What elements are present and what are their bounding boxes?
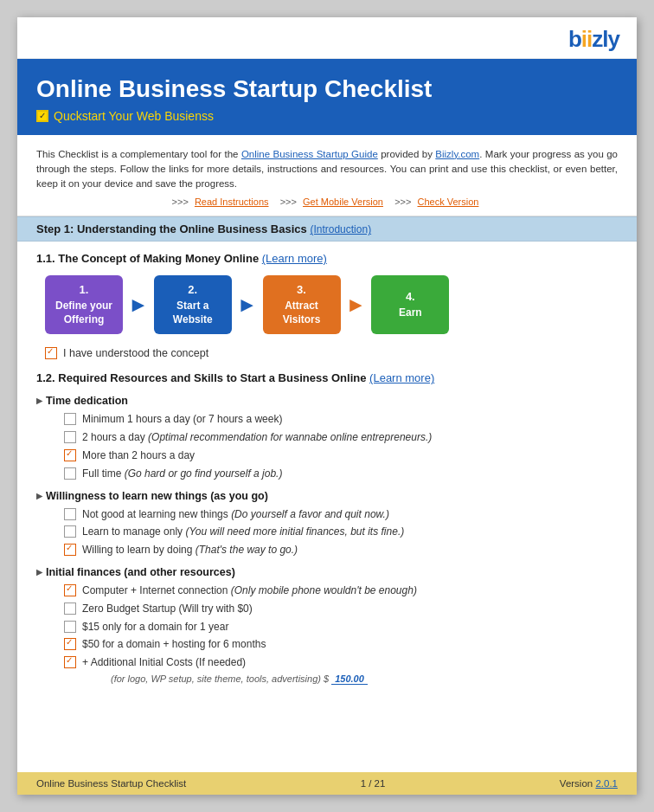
header: biizly bbox=[17, 17, 637, 59]
list-item: Minimum 1 hours a day (or 7 hours a week… bbox=[64, 412, 618, 427]
time-cb-4[interactable] bbox=[64, 467, 76, 480]
will-label-1: Not good at learning new things (Do your… bbox=[82, 507, 389, 522]
will-cb-1[interactable] bbox=[64, 508, 76, 520]
time-cb-2[interactable] bbox=[64, 431, 76, 443]
step1-label: Step 1: Understanding the Online Busines… bbox=[36, 222, 307, 235]
list-item: Not good at learning new things (Do your… bbox=[64, 507, 618, 522]
concept-flow: 1. Define yourOffering ► 2. Start aWebsi… bbox=[45, 275, 618, 334]
subtitle-checkbox bbox=[36, 110, 48, 122]
fin-label-4: $50 for a domain + hosting for 6 months bbox=[82, 637, 266, 652]
list-item: Zero Budget Startup (Will try with $0) bbox=[64, 602, 618, 616]
intro-section: This Checklist is a complementary tool f… bbox=[17, 135, 637, 217]
step1-header: Step 1: Understanding the Online Busines… bbox=[17, 216, 637, 242]
flow-box-1: 1. Define yourOffering bbox=[45, 275, 123, 334]
flow-box-4: 4. Earn bbox=[371, 275, 449, 334]
check-version-link[interactable]: Check Version bbox=[417, 197, 478, 207]
main-title: Online Business Startup Checklist bbox=[36, 74, 618, 104]
section1-1-title: 1.1. The Concept of Making Money Online … bbox=[36, 252, 618, 265]
footer-version-link[interactable]: 2.0.1 bbox=[595, 778, 618, 789]
page: biizly Online Business Startup Checklist… bbox=[17, 17, 637, 795]
will-label-2: Learn to manage only (You will need more… bbox=[82, 525, 404, 539]
logo-b: b bbox=[568, 26, 581, 52]
intro-link-prefix2: >>> bbox=[275, 197, 299, 207]
fin-label-3: $15 only for a domain for 1 year bbox=[82, 620, 228, 635]
time-cb-3[interactable] bbox=[64, 449, 76, 461]
will-cb-2[interactable] bbox=[64, 525, 76, 538]
list-item: More than 2 hours a day bbox=[64, 448, 618, 463]
mobile-version-link[interactable]: Get Mobile Version bbox=[303, 197, 383, 207]
fin-label-1: Computer + Internet connection (Only mob… bbox=[82, 583, 417, 598]
willingness-items: Not good at learning new things (Do your… bbox=[36, 507, 618, 557]
will-cb-3[interactable] bbox=[64, 544, 76, 556]
read-instructions-link[interactable]: Read Instructions bbox=[195, 197, 269, 207]
biizly-link[interactable]: Biizly.com bbox=[435, 149, 479, 159]
fin-cb-2[interactable] bbox=[64, 603, 76, 615]
title-band: Online Business Startup Checklist Quckst… bbox=[17, 59, 637, 135]
section1-2-link[interactable]: (Learn more) bbox=[369, 371, 434, 384]
time-dedication-items: Minimum 1 hours a day (or 7 hours a week… bbox=[36, 412, 618, 480]
time-label-3: More than 2 hours a day bbox=[82, 448, 195, 463]
logo-zly: zly bbox=[592, 26, 619, 52]
will-label-3: Willing to learn by doing (That's the wa… bbox=[82, 543, 298, 557]
list-item: Full time (Go hard or go find yourself a… bbox=[64, 467, 618, 481]
understood-checkbox[interactable] bbox=[45, 347, 57, 359]
finances-items: Computer + Internet connection (Only mob… bbox=[36, 583, 618, 684]
guide-link[interactable]: Online Business Startup Guide bbox=[241, 149, 378, 159]
list-item: + Additional Initial Costs (If needed) bbox=[64, 655, 618, 670]
time-dedication-header[interactable]: Time dedication bbox=[36, 395, 618, 407]
time-label-4: Full time (Go hard or go find yourself a… bbox=[82, 467, 282, 481]
list-item: Learn to manage only (You will need more… bbox=[64, 525, 618, 539]
list-item: Willing to learn by doing (That's the wa… bbox=[64, 543, 618, 557]
flow-box-3: 3. AttractVisitors bbox=[263, 275, 341, 334]
intro-text: This Checklist is a complementary tool f… bbox=[36, 147, 618, 192]
subtitle-text: Quckstart Your Web Busienss bbox=[54, 109, 214, 123]
step1-intro-link[interactable]: (Introduction) bbox=[310, 223, 371, 235]
flow-box-2: 2. Start aWebsite bbox=[154, 275, 232, 334]
flow-arrow-2: ► bbox=[237, 293, 258, 317]
list-item: $50 for a domain + hosting for 6 months bbox=[64, 637, 618, 652]
main-content: 1.1. The Concept of Making Money Online … bbox=[17, 242, 637, 772]
fin-cb-5[interactable] bbox=[64, 656, 76, 668]
understood-row: I have understood the concept bbox=[45, 346, 618, 359]
list-item: Computer + Internet connection (Only mob… bbox=[64, 583, 618, 598]
fin-label-2: Zero Budget Startup (Will try with $0) bbox=[82, 602, 253, 616]
subtitle-row: Quckstart Your Web Busienss bbox=[36, 109, 618, 123]
cost-value[interactable]: 150.00 bbox=[331, 673, 368, 685]
understood-label: I have understood the concept bbox=[63, 347, 208, 359]
time-cb-1[interactable] bbox=[64, 413, 76, 425]
time-label-2: 2 hours a day (Optimal recommendation fo… bbox=[82, 430, 432, 445]
footer-version-prefix: Version bbox=[560, 778, 596, 789]
time-label-1: Minimum 1 hours a day (or 7 hours a week… bbox=[82, 412, 282, 427]
flow-arrow-3: ► bbox=[346, 293, 367, 317]
footer-left: Online Business Startup Checklist bbox=[36, 778, 186, 789]
page-footer: Online Business Startup Checklist 1 / 21… bbox=[17, 772, 637, 795]
willingness-header[interactable]: Willingness to learn new things (as you … bbox=[36, 490, 618, 502]
logo: biizly bbox=[568, 26, 619, 53]
fin-cb-3[interactable] bbox=[64, 621, 76, 633]
logo-ii: ii bbox=[581, 26, 592, 52]
intro-link-prefix3: >>> bbox=[389, 197, 414, 207]
finances-header[interactable]: Initial finances (and other resources) bbox=[36, 566, 618, 578]
list-item: $15 only for a domain for 1 year bbox=[64, 620, 618, 635]
fin-cb-1[interactable] bbox=[64, 584, 76, 596]
fin-label-5: + Additional Initial Costs (If needed) bbox=[82, 655, 246, 670]
additional-cost-sub: (for logo, WP setup, site theme, tools, … bbox=[64, 673, 618, 684]
section1-1-link[interactable]: (Learn more) bbox=[262, 252, 327, 265]
fin-cb-4[interactable] bbox=[64, 638, 76, 650]
intro-link-prefix1: >>> bbox=[172, 197, 191, 207]
intro-links: >>> Read Instructions >>> Get Mobile Ver… bbox=[36, 197, 618, 207]
section1-2-title: 1.2. Required Resources and Skills to St… bbox=[36, 371, 618, 384]
list-item: 2 hours a day (Optimal recommendation fo… bbox=[64, 430, 618, 445]
flow-arrow-1: ► bbox=[128, 293, 149, 317]
footer-right: Version 2.0.1 bbox=[560, 778, 618, 789]
footer-center: 1 / 21 bbox=[361, 778, 386, 789]
